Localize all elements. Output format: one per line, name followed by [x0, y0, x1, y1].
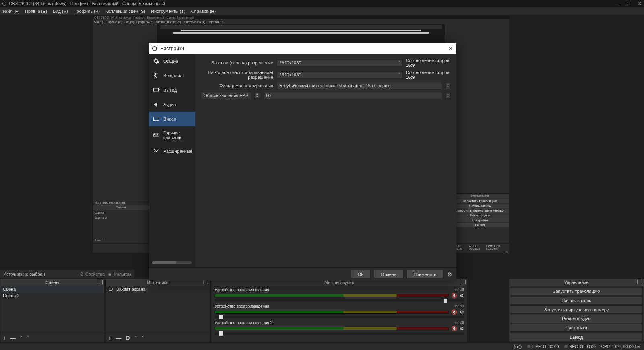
scene-up-button[interactable]: ˄ [20, 335, 23, 341]
svg-rect-5 [154, 134, 155, 135]
menu-help[interactable]: Справка (H) [191, 9, 216, 14]
apply-button[interactable]: Применить [407, 270, 443, 279]
start-recording-button[interactable]: Начать запись [510, 296, 643, 305]
chevron-down-icon: ˅ [398, 72, 400, 76]
svg-rect-3 [155, 121, 157, 121]
fps-type-spinner[interactable]: ▲▼ [254, 92, 260, 99]
nav-stream-icon [152, 72, 160, 79]
remove-scene-button[interactable]: — [10, 335, 16, 341]
close-button[interactable]: ✕ [638, 1, 642, 6]
controls-header: Управление [509, 279, 644, 286]
channel-db: -inf dB [454, 288, 464, 292]
nav-audio[interactable]: Аудио [149, 97, 195, 112]
popout-icon[interactable] [637, 280, 642, 284]
scenes-dock: Сцены Сцена Сцена 2 + — ˄ ˅ [0, 278, 105, 343]
fps-spinner[interactable]: ▲▼ [445, 92, 451, 99]
settings-dialog: Настройки ✕ ОбщиеВещаниеВыводАудиоВидеоГ… [149, 43, 456, 281]
nav-stream[interactable]: Вещание [149, 68, 195, 83]
svg-rect-7 [156, 134, 156, 135]
exit-button[interactable]: Выход [510, 333, 643, 341]
remove-source-button[interactable]: — [116, 335, 121, 341]
base-resolution-combo[interactable]: 1920x1080˅ [277, 59, 402, 66]
svg-rect-2 [153, 117, 159, 121]
obs-icon [2, 2, 6, 6]
cancel-button[interactable]: Отмена [374, 270, 403, 279]
settings-button[interactable]: Настройки [510, 324, 643, 332]
source-up-button[interactable]: ˄ [134, 335, 137, 341]
svg-rect-6 [155, 134, 155, 135]
volume-meter [215, 327, 449, 330]
volume-slider[interactable] [215, 332, 464, 335]
nav-output-icon [152, 87, 160, 93]
svg-rect-1 [153, 88, 158, 91]
menu-tools[interactable]: Инструменты (T) [151, 9, 186, 14]
mute-icon[interactable]: 🔇 [451, 293, 457, 299]
svg-rect-10 [155, 136, 158, 136]
dialog-footer: ОК Отмена Применить ⚙ [149, 267, 456, 281]
studio-mode-button[interactable]: Режим студии [510, 315, 643, 323]
maximize-button[interactable]: ☐ [627, 1, 631, 6]
properties-button[interactable]: Свойства [80, 272, 105, 277]
volume-slider[interactable] [215, 299, 464, 302]
nav-video-icon [152, 116, 160, 122]
channel-name: Устройство воспроизведения [215, 288, 269, 292]
popout-icon[interactable] [461, 280, 466, 284]
sources-toolbar: + — ⚙ ˄ ˅ [106, 333, 210, 342]
gear-icon[interactable]: ⚙ [460, 293, 464, 299]
nav-label: Горячие клавиши [163, 130, 192, 140]
base-aspect-label: Соотношение сторон 16:9 [406, 58, 451, 68]
scene-down-button[interactable]: ˅ [27, 335, 29, 341]
scene-item[interactable]: Сцена [0, 286, 104, 292]
source-item[interactable]: 🖵 Захват экрана [106, 286, 210, 292]
output-resolution-combo[interactable]: 1920x1080˅ [277, 71, 402, 78]
gear-icon[interactable]: ⚙ [460, 309, 464, 315]
filters-button[interactable]: ◉ Фильтры [108, 272, 131, 277]
source-toolbar: Источник не выбран Свойства ◉ Фильтры [0, 270, 134, 278]
volume-meter [215, 294, 449, 297]
gear-icon[interactable]: ⚙ [447, 271, 452, 278]
nav-label: Общие [163, 59, 178, 64]
nested-menubar: Файл (F) Правка (E) Вид (V) Профиль (P) … [93, 19, 509, 24]
settings-nav: ОбщиеВещаниеВыводАудиоВидеоГорячие клави… [149, 54, 195, 267]
minimize-button[interactable]: — [615, 1, 619, 6]
svg-rect-4 [153, 134, 159, 137]
add-scene-button[interactable]: + [3, 335, 6, 341]
nav-advanced[interactable]: Расширенные [149, 144, 195, 159]
fps-value-combo[interactable]: 60 [263, 92, 442, 99]
scene-item[interactable]: Сцена 2 [0, 292, 104, 299]
mute-icon[interactable]: 🔇 [451, 309, 457, 315]
nav-hotkeys[interactable]: Горячие клавиши [149, 126, 195, 144]
status-bar: ((●)) LIVE: 00:00:00 REC: 00:00:00 CPU: … [0, 343, 644, 350]
start-streaming-button[interactable]: Запустить трансляцию [510, 287, 643, 296]
nested-controls-dock: Управление Запустить трансляцию Начать з… [451, 193, 509, 244]
menu-profile[interactable]: Профиль (P) [74, 9, 100, 14]
popout-icon[interactable] [98, 280, 103, 284]
volume-slider[interactable] [215, 316, 464, 318]
nav-scrollbar[interactable] [152, 261, 192, 264]
svg-rect-9 [157, 134, 158, 135]
gear-icon[interactable]: ⚙ [460, 326, 464, 331]
dialog-close-button[interactable]: ✕ [448, 45, 453, 52]
add-source-button[interactable]: + [108, 335, 111, 341]
source-down-button[interactable]: ˅ [141, 335, 144, 341]
menu-file[interactable]: Файл (F) [2, 9, 19, 14]
downscale-filter-combo[interactable]: Бикубический (чёткое масштабирование, 16… [277, 82, 442, 89]
mute-icon[interactable]: 🔇 [451, 326, 457, 331]
ok-button[interactable]: ОК [351, 270, 371, 279]
menu-scene-collection[interactable]: Коллекция сцен (S) [105, 9, 145, 14]
sources-dock: Источники 🖵 Захват экрана + — ⚙ ˄ ˅ [105, 278, 210, 343]
fps-type-combo[interactable]: Общие значения FPS [201, 92, 251, 99]
menu-view[interactable]: Вид (V) [53, 9, 68, 14]
source-settings-button[interactable]: ⚙ [125, 335, 130, 341]
nav-general[interactable]: Общие [149, 54, 195, 68]
nav-label: Аудио [163, 102, 176, 107]
menu-edit[interactable]: Правка (E) [25, 9, 47, 14]
nav-output[interactable]: Вывод [149, 83, 195, 97]
nested-status: ● LIVE: 00:00:00 ● REC: 00:00:00 CPU: 1.… [451, 245, 509, 249]
start-virtual-cam-button[interactable]: Запустить виртуальную камеру [510, 305, 643, 314]
filter-spinner[interactable]: ▲▼ [445, 82, 451, 89]
nav-video[interactable]: Видео [149, 112, 195, 126]
scenes-toolbar: + — ˄ ˅ [0, 333, 104, 342]
window-titlebar: OBS 26.0.2 (64-bit, windows) - Профиль: … [0, 0, 644, 7]
nav-advanced-icon [152, 148, 160, 154]
